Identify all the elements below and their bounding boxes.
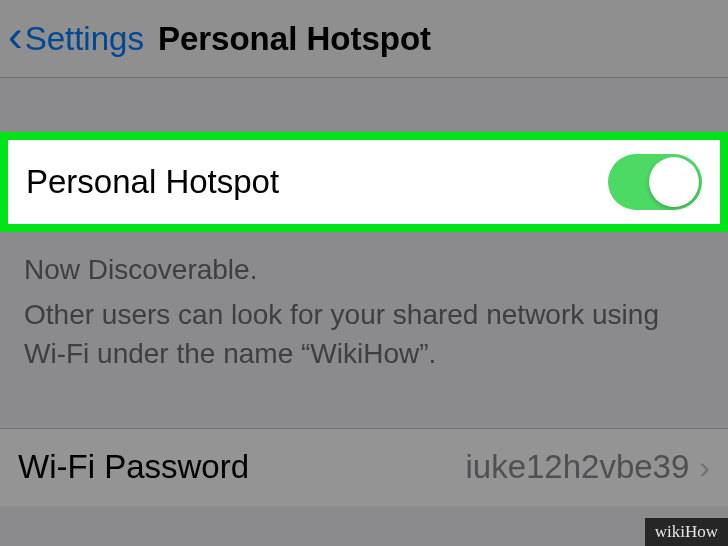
page-title: Personal Hotspot: [158, 20, 431, 58]
wifi-password-label: Wi-Fi Password: [18, 448, 249, 486]
wifi-password-row[interactable]: Wi-Fi Password iuke12h2vbe39 ›: [0, 428, 728, 506]
chevron-left-icon[interactable]: ‹: [8, 14, 23, 58]
section-spacer: [0, 78, 728, 132]
hotspot-toggle-row[interactable]: Personal Hotspot: [8, 140, 720, 224]
toggle-knob: [649, 157, 699, 207]
hotspot-toggle[interactable]: [608, 154, 702, 210]
discoverable-detail: Other users can look for your shared net…: [24, 295, 704, 373]
description-text: Now Discoverable. Other users can look f…: [0, 232, 728, 374]
back-button[interactable]: Settings: [25, 20, 144, 58]
chevron-right-icon: ›: [699, 449, 710, 486]
watermark: wikiHow: [645, 518, 728, 546]
highlight-frame: Personal Hotspot: [0, 132, 728, 232]
hotspot-label: Personal Hotspot: [26, 163, 279, 201]
wifi-password-value-group: iuke12h2vbe39 ›: [465, 448, 710, 486]
discoverable-status: Now Discoverable.: [24, 250, 704, 289]
wifi-password-value: iuke12h2vbe39: [465, 448, 689, 486]
section-spacer: [0, 374, 728, 428]
nav-header: ‹ Settings Personal Hotspot: [0, 0, 728, 78]
